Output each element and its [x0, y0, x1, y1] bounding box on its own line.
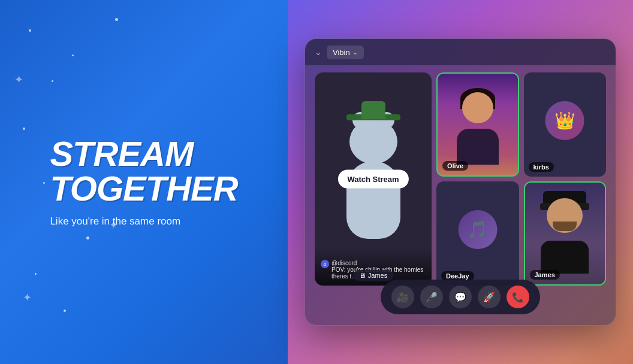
- channel-name: Vibin: [333, 48, 350, 57]
- back-chevron-icon[interactable]: ⌄: [315, 47, 322, 57]
- plus-decoration: ✦: [14, 73, 23, 86]
- james-video: [525, 183, 605, 284]
- activities-icon: 🚀: [483, 292, 495, 303]
- discord-window: ⌄ Vibin ⌄: [305, 38, 616, 326]
- monitor-icon: 🖥: [359, 272, 366, 279]
- channel-dropdown-icon: ⌄: [352, 48, 358, 56]
- olive-body: [457, 129, 499, 165]
- hero-title: STREAM TOGETHER: [50, 136, 237, 206]
- discord-logo-icon: d: [321, 260, 329, 268]
- participant-grid: Olive 👑 kirbs 🎵 DeeJay: [436, 72, 606, 286]
- controls-bar: 🎥 🎤 💬 🚀 📞: [381, 280, 540, 314]
- olive-name-tag: Olive: [442, 161, 468, 171]
- participant-cell-deejay: 🎵 DeeJay: [436, 181, 519, 286]
- hero-section: ✦ ✦ ✦ STREAM TOGETHER Like you're in the…: [0, 0, 288, 364]
- hero-content: STREAM TOGETHER Like you're in the same …: [50, 136, 237, 228]
- star-decoration: [43, 182, 45, 184]
- mic-icon: 🎤: [426, 292, 438, 303]
- watch-stream-button[interactable]: Watch Stream: [337, 170, 408, 189]
- james-beard: [553, 222, 577, 231]
- participant-cell-olive: Olive: [436, 72, 519, 177]
- camera-button[interactable]: 🎥: [391, 286, 414, 308]
- kirbs-name-tag: kirbs: [529, 162, 554, 172]
- video-grid: Watch Stream d @discord POV: you're chil…: [305, 65, 616, 293]
- olive-head: [462, 92, 493, 123]
- star-decoration: [35, 273, 37, 275]
- channel-selector[interactable]: Vibin ⌄: [327, 46, 364, 59]
- hero-subtitle: Like you're in the same room: [50, 216, 237, 228]
- end-call-button[interactable]: 📞: [507, 286, 529, 308]
- star-decoration: [29, 29, 31, 32]
- star-decoration: [72, 54, 74, 56]
- bear-head: [349, 119, 397, 164]
- discord-tag: @discord: [331, 260, 357, 266]
- right-section: ⌄ Vibin ⌄: [288, 0, 633, 364]
- activities-button[interactable]: 🚀: [478, 286, 501, 308]
- chat-icon: 💬: [454, 292, 466, 303]
- kirbs-avatar: 👑: [545, 101, 584, 140]
- james-name-tag: James: [530, 270, 560, 280]
- end-call-icon: 📞: [512, 292, 524, 303]
- participant-cell-kirbs: 👑 kirbs: [524, 72, 607, 177]
- kirbs-avatar-emoji: 👑: [554, 113, 575, 129]
- star-decoration: [64, 310, 66, 312]
- streamer-name: James: [368, 272, 387, 279]
- olive-video: [438, 74, 518, 175]
- camera-icon: 🎥: [397, 292, 409, 303]
- chat-button[interactable]: 💬: [449, 286, 472, 308]
- stream-cell: Watch Stream d @discord POV: you're chil…: [315, 72, 432, 286]
- plus-decoration: ✦: [23, 291, 32, 304]
- microphone-button[interactable]: 🎤: [420, 286, 443, 308]
- star-decoration: [52, 80, 53, 82]
- window-topbar: ⌄ Vibin ⌄: [305, 39, 616, 65]
- star-decoration: [23, 128, 25, 130]
- title-line1: STREAM: [50, 134, 193, 173]
- star-decoration: [86, 236, 89, 239]
- star-decoration: [115, 18, 118, 21]
- deejay-avatar-emoji: 🎵: [467, 222, 488, 238]
- deejay-avatar: 🎵: [458, 210, 497, 249]
- title-line2: TOGETHER: [50, 169, 237, 208]
- participant-cell-james: James: [524, 181, 607, 286]
- bear-hat: [361, 101, 385, 119]
- stream-name-tag: 🖥 James: [353, 270, 393, 281]
- james-body: [541, 241, 589, 274]
